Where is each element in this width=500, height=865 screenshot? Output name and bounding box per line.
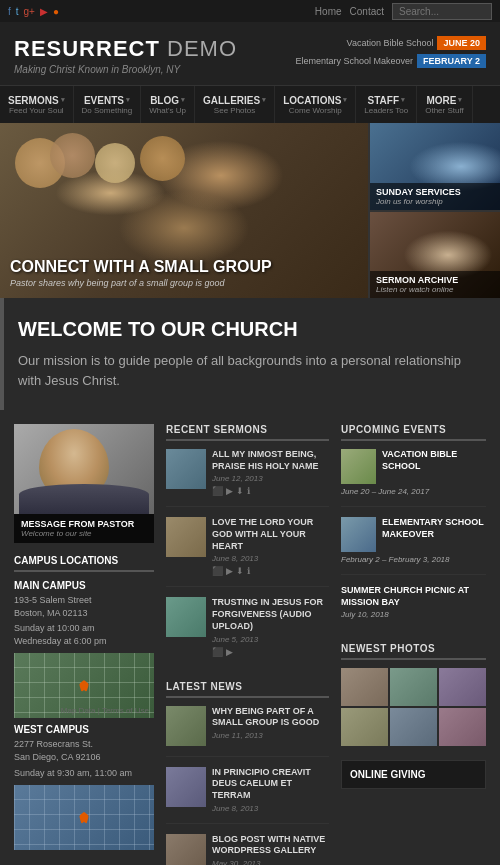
welcome-text: Our mission is to guide people of all ba… — [18, 351, 486, 390]
event-thumb-1 — [341, 449, 376, 484]
sermon-title-3: TRUSTING IN JESUS FOR FORGIVENESS (AUDIO… — [212, 597, 329, 632]
news-info-3: BLOG POST WITH NATIVE WORDPRESS GALLERY … — [212, 834, 329, 865]
pastor-box[interactable]: MESSAGE FROM PASTOR Welcome to our site — [14, 424, 154, 543]
facebook-icon[interactable]: f — [8, 6, 11, 17]
news-info-2: IN PRINCIPIO CREAVIT DEUS CAELUM ET TERR… — [212, 767, 329, 813]
photo-img-6 — [439, 708, 486, 746]
sermon-thumb-3 — [166, 597, 206, 637]
news-date-2: June 8, 2013 — [212, 804, 329, 813]
sermon-item-2[interactable]: LOVE THE LORD YOUR GOD WITH ALL YOUR HEA… — [166, 517, 329, 587]
top-bar: f t g+ ▶ ● Home Contact — [0, 0, 500, 22]
middle-column: RECENT SERMONS ALL MY INMOST BEING, PRAI… — [154, 424, 341, 865]
site-name-bold: RESURRECT — [14, 36, 160, 61]
news-img-1 — [166, 706, 206, 746]
campus-main-map[interactable]: Map Data | Terms of Use — [14, 653, 154, 718]
sermon-icons-2: ⬛ ▶ ⬇ ℹ — [212, 566, 329, 576]
sermon-icon-share-3[interactable]: ⬛ — [212, 647, 223, 657]
nav-more-sub: Other Stuff — [425, 106, 464, 115]
event-name-1: VACATION BIBLE SCHOOL — [382, 449, 486, 484]
nav-locations-sub: Come Worship — [289, 106, 342, 115]
news-date-1: June 11, 2013 — [212, 731, 329, 740]
event-badges: Vacation Bible School JUNE 20 Elementary… — [295, 36, 486, 68]
site-header: RESURRECT DEMO Making Christ Known in Br… — [0, 22, 500, 85]
news-section: LATEST NEWS WHY BEING PART OF A SMALL GR… — [166, 681, 329, 866]
youtube-icon[interactable]: ▶ — [40, 6, 48, 17]
hero-card-services[interactable]: SUNDAY SERVICES Join us for worship — [370, 123, 500, 210]
hero-overlay: CONNECT WITH A SMALL GROUP Pastor shares… — [10, 258, 358, 288]
sermon-icon-play-2[interactable]: ▶ — [226, 566, 233, 576]
news-item-2[interactable]: IN PRINCIPIO CREAVIT DEUS CAELUM ET TERR… — [166, 767, 329, 824]
photo-img-4 — [341, 708, 388, 746]
hero-card-archive-label: SERMON ARCHIVE Listen or watch online — [370, 271, 500, 298]
event-date-3: July 10, 2018 — [341, 610, 486, 619]
home-link[interactable]: Home — [315, 6, 342, 17]
photo-2[interactable] — [390, 668, 437, 706]
main-content: MESSAGE FROM PASTOR Welcome to our site … — [0, 410, 500, 865]
campus-main-address: 193-5 Salem StreetBoston, MA 02113 — [14, 594, 154, 619]
event-badge-2[interactable]: Elementary School Makeover FEBRUARY 2 — [295, 54, 486, 68]
event-item-2[interactable]: ELEMENTARY SCHOOL MAKEOVER February 2 – … — [341, 517, 486, 575]
news-thumb-1 — [166, 706, 206, 746]
news-item-3[interactable]: BLOG POST WITH NATIVE WORDPRESS GALLERY … — [166, 834, 329, 865]
campus-section-title: CAMPUS LOCATIONS — [14, 555, 154, 572]
sermon-icon-play[interactable]: ▶ — [226, 486, 233, 496]
nav-galleries[interactable]: GALLERIES ▾ See Photos — [195, 86, 275, 123]
site-title: RESURRECT DEMO — [14, 36, 237, 62]
photo-5[interactable] — [390, 708, 437, 746]
nav-galleries-label: GALLERIES ▾ — [203, 95, 266, 106]
event-img-1 — [341, 449, 376, 484]
sermon-icon-play-3[interactable]: ▶ — [226, 647, 233, 657]
hero-main[interactable]: CONNECT WITH A SMALL GROUP Pastor shares… — [0, 123, 368, 298]
site-name-light: DEMO — [160, 36, 237, 61]
campus-west-times: Sunday at 9:30 am, 11:00 am — [14, 767, 154, 780]
nav-sermons-sub: Feed Your Soul — [9, 106, 64, 115]
sermon-icon-info[interactable]: ℹ — [247, 486, 250, 496]
sermon-icon-download[interactable]: ⬇ — [236, 486, 244, 496]
sermons-title: RECENT SERMONS — [166, 424, 329, 441]
event-badge-1[interactable]: Vacation Bible School JUNE 20 — [295, 36, 486, 50]
contact-link[interactable]: Contact — [350, 6, 384, 17]
sermon-icon-download-2[interactable]: ⬇ — [236, 566, 244, 576]
campus-main-times: Sunday at 10:00 amWednesday at 6:00 pm — [14, 622, 154, 647]
nav-blog[interactable]: BLOG ▾ What's Up — [141, 86, 195, 123]
event1-date: JUNE 20 — [437, 36, 486, 50]
campus-west-address: 2277 Rosecrans St.San Diego, CA 92106 — [14, 738, 154, 763]
nav-galleries-sub: See Photos — [214, 106, 255, 115]
photo-img-3 — [439, 668, 486, 706]
sermon-date-2: June 8, 2013 — [212, 554, 329, 563]
news-item-1[interactable]: WHY BEING PART OF A SMALL GROUP IS GOOD … — [166, 706, 329, 757]
photo-3[interactable] — [439, 668, 486, 706]
nav-blog-sub: What's Up — [149, 106, 186, 115]
hero-title: CONNECT WITH A SMALL GROUP — [10, 258, 358, 276]
photo-1[interactable] — [341, 668, 388, 706]
news-thumb-3 — [166, 834, 206, 865]
hero-card-archive[interactable]: SERMON ARCHIVE Listen or watch online — [370, 212, 500, 299]
twitter-icon[interactable]: t — [16, 6, 19, 17]
sermon-item-3[interactable]: TRUSTING IN JESUS FOR FORGIVENESS (AUDIO… — [166, 597, 329, 666]
event-item-3[interactable]: SUMMER CHURCH PICNIC AT MISSION BAY July… — [341, 585, 486, 629]
nav-locations[interactable]: LOCATIONS ▾ Come Worship — [275, 86, 356, 123]
search-input[interactable] — [392, 3, 492, 20]
news-title-1: WHY BEING PART OF A SMALL GROUP IS GOOD — [212, 706, 329, 729]
sermon-title-2: LOVE THE LORD YOUR GOD WITH ALL YOUR HEA… — [212, 517, 329, 552]
photo-6[interactable] — [439, 708, 486, 746]
campus-west-map[interactable] — [14, 785, 154, 850]
nav-events[interactable]: EVENTS ▾ Do Something — [74, 86, 142, 123]
pastor-image — [14, 424, 154, 514]
rss-icon[interactable]: ● — [53, 6, 59, 17]
nav-more[interactable]: MORE ▾ Other Stuff — [417, 86, 473, 123]
online-giving[interactable]: ONLINE GIVING — [341, 760, 486, 789]
sermon-icon-info-2[interactable]: ℹ — [247, 566, 250, 576]
sermon-icon-share-2[interactable]: ⬛ — [212, 566, 223, 576]
nav-staff[interactable]: STAFF ▾ Leaders Too — [356, 86, 417, 123]
event2-label: Elementary School Makeover — [295, 56, 413, 66]
social-icons: f t g+ ▶ ● — [8, 6, 59, 17]
event-item-1[interactable]: VACATION BIBLE SCHOOL June 20 – June 24,… — [341, 449, 486, 507]
sermon-icon-share[interactable]: ⬛ — [212, 486, 223, 496]
events-section: UPCOMING EVENTS VACATION BIBLE SCHOOL Ju… — [341, 424, 486, 629]
photo-4[interactable] — [341, 708, 388, 746]
sermon-item-1[interactable]: ALL MY INMOST BEING, PRAISE HIS HOLY NAM… — [166, 449, 329, 507]
nav-sermons[interactable]: SERMONS ▾ Feed Your Soul — [0, 86, 74, 123]
googleplus-icon[interactable]: g+ — [24, 6, 35, 17]
hero-card-services-sub: Join us for worship — [376, 197, 494, 206]
